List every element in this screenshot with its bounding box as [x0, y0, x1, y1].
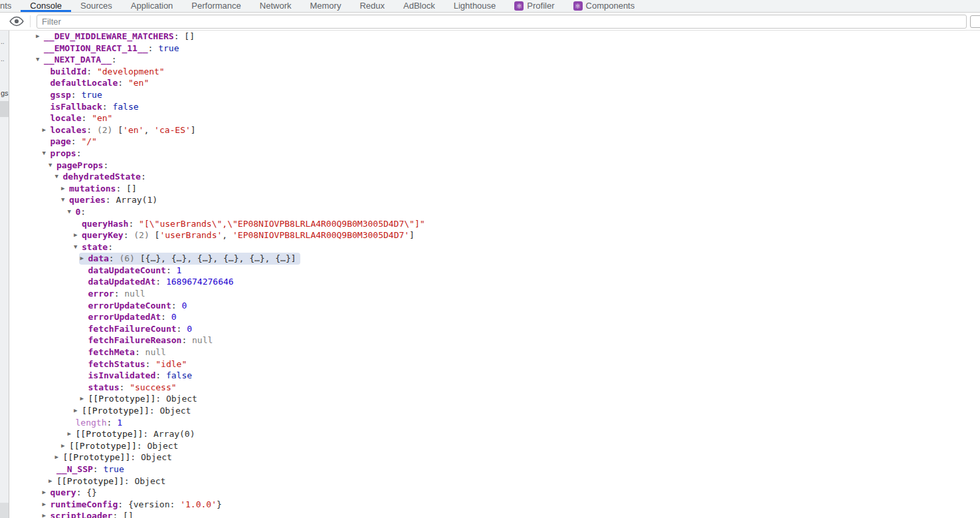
sidebar-item-fragment[interactable]: gs	[1, 89, 9, 97]
expand-arrow-icon[interactable]: ▶	[68, 428, 76, 440]
console-tree-row[interactable]: status: "success"	[9, 382, 980, 394]
console-tree-row[interactable]: __EMOTION_REACT_11__: true	[9, 43, 980, 55]
console-tree-row[interactable]: ▶[[Prototype]]: Object	[9, 475, 980, 487]
expand-arrow-icon[interactable]: ▶	[74, 405, 82, 417]
console-tree-row[interactable]: page: "/"	[9, 136, 980, 148]
console-tree-row[interactable]: locale: "en"	[9, 112, 980, 124]
expand-arrow-icon[interactable]: ▶	[74, 229, 82, 241]
expand-arrow-icon[interactable]: ▶	[49, 475, 56, 487]
expand-arrow-icon[interactable]: ▶	[43, 499, 50, 511]
live-expression-eye-icon[interactable]	[9, 16, 25, 27]
collapse-arrow-icon[interactable]: ▼	[36, 54, 44, 66]
console-tree-row[interactable]: ▶__DEV_MIDDLEWARE_MATCHERS: []	[9, 31, 980, 43]
expand-arrow-icon[interactable]: ▶	[43, 124, 50, 136]
console-tree-row[interactable]: fetchStatus: "idle"	[9, 358, 980, 370]
console-tree-row[interactable]: error: null	[9, 288, 980, 300]
expand-arrow-icon[interactable]: ▶	[61, 440, 69, 452]
console-tree-row[interactable]: gssp: true	[9, 89, 980, 101]
tab-sources[interactable]: Sources	[71, 0, 122, 12]
sidebar-item-fragment[interactable]: ..	[1, 38, 9, 45]
tab-profiler[interactable]: ⚛Profiler	[505, 0, 563, 12]
console-tree-row[interactable]: length: 1	[9, 417, 980, 429]
console-tree-row[interactable]: __N_SSP: true	[9, 463, 980, 475]
toolbar-divider	[30, 15, 31, 27]
tab-adblock[interactable]: AdBlock	[394, 0, 444, 12]
sidebar-bottom-item[interactable]	[0, 503, 9, 518]
expand-arrow-icon[interactable]: ▶	[36, 31, 44, 43]
punctuation: :	[71, 90, 82, 100]
console-tree-row[interactable]: ▼queries: Array(1)	[9, 194, 980, 206]
console-tree-row[interactable]: defaultLocale: "en"	[9, 77, 980, 89]
console-tree-row[interactable]: ▼pageProps:	[9, 160, 980, 172]
tab-application[interactable]: Application	[122, 0, 183, 12]
console-tree-row[interactable]: ▶[[Prototype]]: Object	[9, 393, 980, 405]
tab-components[interactable]: ⚛Components	[564, 0, 644, 12]
string-value: "success"	[130, 382, 176, 392]
collapse-arrow-icon[interactable]: ▼	[68, 206, 76, 218]
console-tree-row[interactable]: queryHash: "[\"userBrands\",\"EP08NIOVPB…	[9, 218, 980, 230]
tab-redux[interactable]: Redux	[350, 0, 394, 12]
console-tree-row[interactable]: fetchFailureCount: 0	[9, 323, 980, 335]
console-tree-row[interactable]: dataUpdatedAt: 1689674276646	[9, 276, 980, 288]
tab-memory[interactable]: Memory	[300, 0, 350, 12]
collapse-arrow-icon[interactable]: ▼	[43, 148, 50, 160]
tab-console[interactable]: Console	[21, 0, 71, 12]
tab-performance[interactable]: Performance	[182, 0, 250, 12]
collapse-arrow-icon[interactable]: ▼	[61, 194, 69, 206]
console-tree-row[interactable]: ▶[[Prototype]]: Object	[9, 440, 980, 452]
expand-arrow-icon[interactable]: ▶	[55, 452, 63, 463]
collapse-arrow-icon[interactable]: ▼	[55, 171, 63, 183]
property-key: fetchFailureCount	[88, 324, 177, 334]
property-key: status	[88, 382, 120, 392]
console-tree-row[interactable]: buildId: "development"	[9, 66, 980, 78]
console-tree-row[interactable]: ▼0:	[9, 206, 980, 218]
sidebar-item-fragment[interactable]: ..	[1, 55, 9, 63]
expand-arrow-icon[interactable]: ▶	[43, 510, 50, 518]
console-tree-row[interactable]: fetchMeta: null	[9, 346, 980, 358]
tab-label: Console	[30, 1, 62, 11]
number-value: 0	[187, 324, 192, 334]
console-tree-row[interactable]: errorUpdatedAt: 0	[9, 311, 980, 323]
console-tree-row[interactable]: ▼__NEXT_DATA__:	[9, 54, 980, 66]
collapse-arrow-icon[interactable]: ▼	[74, 241, 82, 253]
tab-network[interactable]: Network	[250, 0, 301, 12]
console-tree-row[interactable]: ▶[[Prototype]]: Array(0)	[9, 428, 980, 440]
console-tree-row[interactable]: ▶runtimeConfig: {version: '1.0.0'}	[9, 499, 980, 511]
console-tree-row[interactable]: errorUpdateCount: 0	[9, 300, 980, 312]
console-toolbar	[0, 13, 980, 31]
console-tree-row[interactable]: ▶locales: (2) ['en', 'ca-ES']	[9, 124, 980, 136]
expand-arrow-icon[interactable]: ▶	[80, 253, 88, 265]
expand-arrow-icon[interactable]: ▶	[43, 487, 50, 499]
property-key: scriptLoader	[50, 511, 113, 518]
expand-arrow-icon[interactable]: ▶	[61, 183, 69, 195]
console-tree-row[interactable]: ▶mutations: []	[9, 183, 980, 195]
right-partial-control[interactable]	[970, 15, 980, 28]
devtools-tab-bar: ntsConsoleSourcesApplicationPerformanceN…	[0, 0, 980, 13]
console-tree-row[interactable]: ▶scriptLoader: []	[9, 510, 980, 518]
console-filter-input[interactable]	[37, 15, 967, 29]
console-tree-row[interactable]: ▶query: {}	[9, 487, 980, 499]
sidebar-selected-item[interactable]	[0, 101, 9, 117]
console-tree-row[interactable]: ▶queryKey: (2) ['userBrands', 'EP08NIOVP…	[9, 229, 980, 241]
tab-label: Memory	[310, 1, 341, 11]
console-tree-row[interactable]: ▼props:	[9, 148, 980, 160]
console-tree-row[interactable]: ▼state:	[9, 241, 980, 253]
console-tree-row[interactable]: ▶[[Prototype]]: Object	[9, 452, 980, 463]
console-tree-row[interactable]: ▼dehydratedState:	[9, 171, 980, 183]
punctuation: :	[116, 184, 126, 194]
console-tree-row[interactable]: isFallback: false	[9, 101, 980, 113]
console-tree-row[interactable]: fetchFailureReason: null	[9, 334, 980, 346]
punctuation: :	[141, 172, 146, 182]
object-preview: []	[184, 31, 195, 41]
punctuation: :	[81, 113, 92, 123]
tab-nts[interactable]: nts	[0, 0, 21, 12]
console-tree-row[interactable]: isInvalidated: false	[9, 370, 980, 382]
expand-arrow-icon[interactable]: ▶	[80, 393, 88, 405]
console-tree-row[interactable]: dataUpdateCount: 1	[9, 265, 980, 277]
console-tree-row[interactable]: ▶[[Prototype]]: Object	[9, 405, 980, 417]
collapse-arrow-icon[interactable]: ▼	[49, 160, 56, 172]
console-tree-row[interactable]: ▶data: (6) [{…}, {…}, {…}, {…}, {…}, {…}…	[9, 253, 980, 265]
string-value: 'ca-ES'	[154, 125, 191, 135]
tab-lighthouse[interactable]: Lighthouse	[444, 0, 506, 12]
property-key-dim: length	[76, 418, 107, 428]
